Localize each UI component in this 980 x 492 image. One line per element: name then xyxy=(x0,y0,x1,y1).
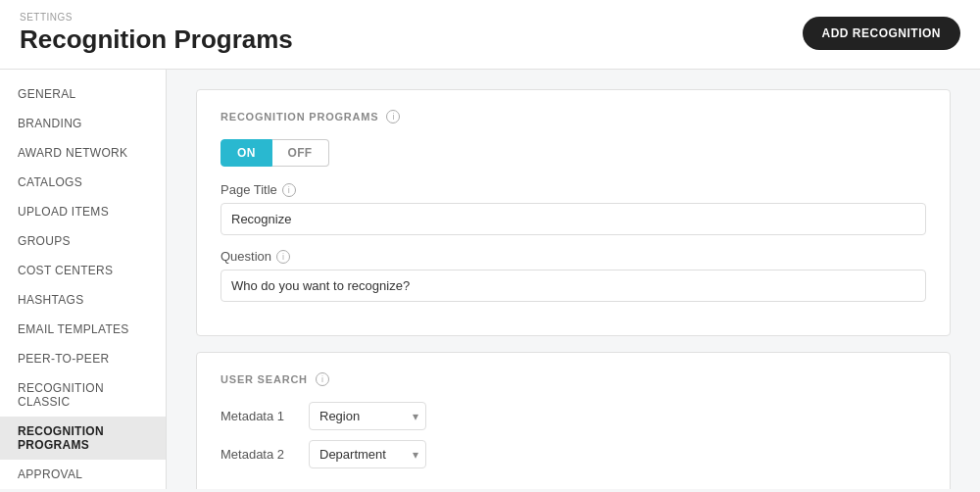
sidebar-item-peer-to-peer[interactable]: PEER-TO-PEER xyxy=(0,344,166,373)
question-info-icon[interactable]: i xyxy=(276,250,290,264)
sidebar-item-award-network[interactable]: AWARD NETWORK xyxy=(0,138,166,168)
sidebar-item-cost-centers[interactable]: COST CENTERS xyxy=(0,256,166,285)
metadata1-select[interactable]: Region Department Location Division Team xyxy=(309,402,426,430)
recognition-programs-toggle: ON OFF xyxy=(220,139,926,167)
settings-label: SETTINGS xyxy=(20,12,293,23)
sidebar: GENERAL BRANDING AWARD NETWORK CATALOGS … xyxy=(0,70,167,489)
metadata1-label: Metadata 1 xyxy=(220,409,299,423)
sidebar-item-branding[interactable]: BRANDING xyxy=(0,109,166,138)
toggle-on-button[interactable]: ON xyxy=(220,139,272,167)
user-search-section: USER SEARCH i Metadata 1 Region Departme… xyxy=(196,352,951,489)
sidebar-item-catalogs[interactable]: CATALOGS xyxy=(0,168,166,197)
page-title-label: Page Title xyxy=(220,182,277,197)
sidebar-item-hashtags[interactable]: HASHTAGS xyxy=(0,285,166,315)
user-search-info-icon[interactable]: i xyxy=(316,372,329,386)
toggle-off-button[interactable]: OFF xyxy=(272,139,329,167)
metadata2-label: Metadata 2 xyxy=(220,447,299,462)
recognition-programs-title: RECOGNITION PROGRAMS xyxy=(220,111,378,123)
page-header: SETTINGS Recognition Programs ADD RECOGN… xyxy=(0,0,980,70)
sidebar-item-recognition-classic[interactable]: RECOGNITION CLASSIC xyxy=(0,373,166,417)
page-title: Recognition Programs xyxy=(20,25,293,55)
main-content: RECOGNITION PROGRAMS i ON OFF Page Title… xyxy=(167,70,980,489)
question-label: Question xyxy=(220,249,271,264)
sidebar-item-groups[interactable]: GROUPS xyxy=(0,226,166,256)
sidebar-item-approval[interactable]: APPROVAL xyxy=(0,460,166,489)
page-title-input[interactable] xyxy=(220,203,926,235)
recognition-programs-section: RECOGNITION PROGRAMS i ON OFF Page Title… xyxy=(196,89,951,336)
recognition-programs-section-header: RECOGNITION PROGRAMS i xyxy=(220,110,926,123)
metadata1-select-wrapper: Region Department Location Division Team xyxy=(309,402,426,430)
page-title-field-group: Page Title i xyxy=(220,182,926,235)
sidebar-item-email-templates[interactable]: EMAIL TEMPLATES xyxy=(0,315,166,344)
metadata2-select[interactable]: Department Region Location Division Team xyxy=(309,440,426,468)
question-field-group: Question i xyxy=(220,249,926,302)
user-search-section-header: USER SEARCH i xyxy=(220,372,926,386)
metadata1-row: Metadata 1 Region Department Location Di… xyxy=(220,402,926,430)
metadata2-row: Metadata 2 Department Region Location Di… xyxy=(220,440,926,468)
question-input[interactable] xyxy=(220,270,926,302)
sidebar-item-upload-items[interactable]: UPLOAD ITEMS xyxy=(0,197,166,226)
metadata2-select-wrapper: Department Region Location Division Team xyxy=(309,440,426,468)
user-search-title: USER SEARCH xyxy=(220,373,308,385)
recognition-programs-info-icon[interactable]: i xyxy=(386,110,400,123)
main-layout: GENERAL BRANDING AWARD NETWORK CATALOGS … xyxy=(0,70,980,489)
sidebar-item-recognition-programs[interactable]: RECOGNITION PROGRAMS xyxy=(0,417,166,460)
add-recognition-button[interactable]: ADD RECOGNITION xyxy=(803,17,961,50)
page-title-info-icon[interactable]: i xyxy=(282,183,296,197)
sidebar-item-general[interactable]: GENERAL xyxy=(0,79,166,109)
